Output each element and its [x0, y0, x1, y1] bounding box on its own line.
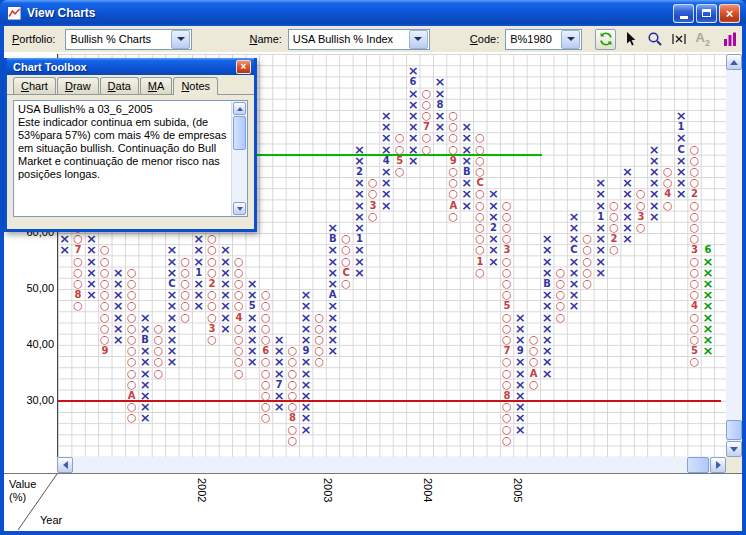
code-select[interactable]: B%1980 — [505, 29, 582, 50]
scroll-right-button[interactable] — [710, 457, 726, 473]
pf-cell: ○ — [500, 211, 513, 222]
pf-cell: ○ — [500, 368, 513, 379]
pf-cell: ○ — [286, 401, 299, 412]
tab-ma[interactable]: MA — [140, 77, 173, 94]
pf-cell: ○ — [232, 256, 245, 267]
pf-cell: ○ — [554, 278, 567, 289]
pf-cell: ○ — [473, 144, 486, 155]
chart-window-icon — [6, 5, 22, 21]
pf-cell: ○ — [286, 435, 299, 446]
pf-cell: ○ — [473, 222, 486, 233]
pf-cell: ○ — [554, 312, 567, 323]
name-dropdown-button[interactable] — [409, 30, 428, 49]
chevron-down-icon — [414, 37, 422, 41]
refresh-button[interactable] — [595, 29, 616, 50]
vertical-scroll-thumb[interactable] — [726, 420, 742, 440]
pf-cell: ○ — [205, 233, 218, 244]
pf-cell: ○ — [152, 356, 165, 367]
histogram-tool-button[interactable] — [719, 29, 740, 50]
portfolio-select[interactable]: Bullish % Charts — [65, 29, 192, 50]
pf-cell: ○ — [607, 244, 620, 255]
pf-cell: ○ — [581, 267, 594, 278]
note-scroll-thumb[interactable] — [233, 116, 246, 150]
pf-cell: ○ — [527, 345, 540, 356]
portfolio-label: Portfolio: — [12, 33, 55, 45]
pf-cell: × — [648, 144, 661, 155]
pf-cell: × — [380, 110, 393, 121]
pf-month-marker: 6 — [701, 244, 714, 255]
pf-cell: ○ — [232, 300, 245, 311]
horizontal-scrollbar[interactable] — [57, 457, 726, 473]
tab-chart[interactable]: Chart — [13, 77, 56, 94]
pf-cell: ○ — [473, 132, 486, 143]
tab-notes[interactable]: Notes — [173, 77, 218, 95]
zoom-tool-button[interactable] — [644, 29, 665, 50]
close-button[interactable]: × — [719, 4, 740, 23]
close-icon: × — [726, 7, 734, 20]
pf-cell: ○ — [500, 256, 513, 267]
vertical-scrollbar[interactable] — [726, 54, 742, 457]
x-scale-tool-button[interactable] — [668, 29, 689, 50]
pf-cell: ○ — [447, 110, 460, 121]
threshold-line — [58, 400, 721, 402]
pf-cell: ○ — [688, 278, 701, 289]
tab-draw[interactable]: Draw — [57, 77, 99, 94]
note-scroll-up-button[interactable] — [233, 102, 246, 115]
pf-cell: ○ — [500, 334, 513, 345]
y-tick-label: 30,00 — [12, 394, 54, 406]
pf-cell: ○ — [125, 379, 138, 390]
pf-cell: ○ — [581, 278, 594, 289]
scroll-left-button[interactable] — [57, 457, 73, 473]
portfolio-dropdown-button[interactable] — [171, 30, 190, 49]
pf-cell: ○ — [179, 278, 192, 289]
pf-month-marker: 5 — [393, 155, 406, 166]
pf-cell: ○ — [179, 289, 192, 300]
pf-cell: × — [326, 300, 339, 311]
horizontal-scroll-thumb[interactable] — [687, 457, 709, 473]
pf-cell: × — [246, 312, 259, 323]
name-select[interactable]: USA Bullish % Index — [288, 29, 430, 50]
a2-tool-button[interactable]: A2 — [692, 29, 713, 50]
pointer-tool-button[interactable] — [620, 29, 641, 50]
maximize-button[interactable] — [696, 4, 717, 23]
pointer-icon — [623, 31, 639, 47]
x-axis-title: Year — [40, 514, 62, 526]
pf-month-marker: A — [527, 368, 540, 379]
toolbox-close-button[interactable]: × — [236, 60, 251, 74]
note-scroll-down-button[interactable] — [233, 202, 246, 215]
year-tick-label: 2002 — [196, 478, 208, 502]
code-dropdown-button[interactable] — [561, 30, 580, 49]
pf-cell: ○ — [447, 166, 460, 177]
pf-cell: ○ — [313, 356, 326, 367]
pf-month-marker: 7 — [500, 345, 513, 356]
pf-cell: ○ — [98, 323, 111, 334]
pf-cell: ○ — [500, 200, 513, 211]
pf-cell: ○ — [98, 334, 111, 345]
name-value: USA Bullish % Index — [293, 33, 393, 45]
tab-data[interactable]: Data — [100, 77, 139, 94]
pf-month-marker: 3 — [205, 323, 218, 334]
name-label: Name: — [249, 33, 281, 45]
pf-cell: × — [674, 155, 687, 166]
minimize-button[interactable] — [673, 4, 694, 23]
note-scrollbar[interactable] — [231, 101, 247, 216]
pf-cell: ○ — [152, 334, 165, 345]
pf-cell: ○ — [232, 267, 245, 278]
pf-cell: × — [514, 312, 527, 323]
note-text-area[interactable]: USA Bullish% a 03_6_2005 Este indicador … — [13, 100, 248, 217]
pf-month-marker: 3 — [366, 200, 379, 211]
pf-cell: ○ — [125, 345, 138, 356]
pf-cell: ○ — [339, 278, 352, 289]
scroll-up-button[interactable] — [726, 54, 742, 70]
toolbox-titlebar[interactable]: Chart Toolbox × — [7, 58, 254, 75]
pf-cell: ○ — [259, 390, 272, 401]
pf-month-marker: 8 — [71, 289, 84, 300]
pf-cell: ○ — [688, 256, 701, 267]
pf-month-marker: 4 — [232, 312, 245, 323]
maximize-icon — [702, 9, 711, 17]
pf-cell: ○ — [313, 323, 326, 334]
pf-cell: × — [487, 188, 500, 199]
pf-cell: ○ — [688, 211, 701, 222]
arrow-up-icon — [730, 60, 738, 65]
scroll-down-button[interactable] — [726, 441, 742, 457]
